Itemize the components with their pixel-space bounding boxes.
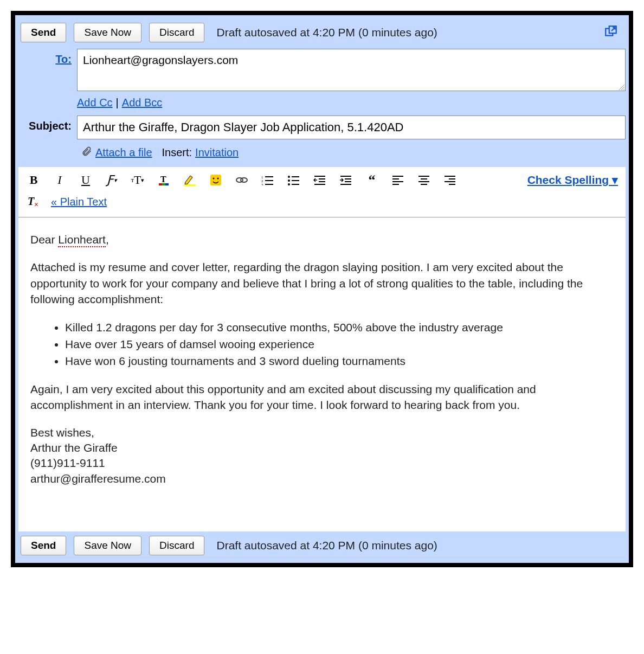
body-paragraph-2: Again, I am very excited about this oppo… [30, 381, 614, 413]
to-input[interactable] [77, 49, 626, 91]
quote-icon[interactable]: “ [364, 172, 379, 188]
autosave-status-bottom: Draft autosaved at 4:20 PM (0 minutes ag… [216, 539, 437, 552]
bottom-action-bar: Send Save Now Discard Draft autosaved at… [18, 531, 626, 560]
align-right-icon[interactable] [442, 172, 458, 188]
text-color-icon[interactable]: T [156, 172, 171, 188]
align-center-icon[interactable] [416, 172, 432, 188]
save-now-button-top[interactable]: Save Now [74, 23, 141, 42]
header-fields: To: Add Cc | Add Bcc Subject: Attach a f… [18, 47, 626, 167]
accomplishment-list: Killed 1.2 dragons per day for 3 consecu… [65, 319, 614, 369]
svg-text:T: T [160, 175, 166, 184]
svg-rect-4 [162, 183, 165, 185]
signature-block: Best wishes, Arthur the Giraffe (911)911… [30, 425, 614, 486]
svg-point-9 [217, 178, 219, 179]
cc-separator: | [116, 97, 119, 109]
svg-point-18 [288, 176, 290, 178]
indent-icon[interactable] [338, 172, 353, 188]
paperclip-icon [81, 146, 92, 159]
send-button-bottom[interactable]: Send [21, 536, 66, 555]
svg-text:×: × [34, 201, 38, 208]
svg-rect-7 [210, 175, 221, 185]
svg-point-8 [213, 178, 215, 179]
format-toolbar: B I U Ƒ▾ тT▾ T 123 [18, 167, 626, 217]
svg-rect-6 [184, 184, 196, 186]
discard-button-bottom[interactable]: Discard [149, 536, 204, 555]
list-item: Have over 15 years of damsel wooing expe… [65, 336, 614, 352]
svg-point-20 [288, 183, 290, 185]
svg-point-19 [288, 179, 290, 182]
link-icon[interactable] [234, 172, 249, 188]
body-paragraph-1: Attached is my resume and cover letter, … [30, 259, 614, 307]
spell-error: Lionheart [58, 233, 106, 247]
bold-icon[interactable]: B [26, 172, 41, 188]
font-family-icon[interactable]: Ƒ▾ [104, 172, 119, 188]
send-button-top[interactable]: Send [21, 23, 66, 42]
list-item: Killed 1.2 dragons per day for 3 consecu… [65, 319, 614, 335]
plain-text-link[interactable]: « Plain Text [51, 196, 107, 208]
outdent-icon[interactable] [312, 172, 327, 188]
autosave-status-top: Draft autosaved at 4:20 PM (0 minutes ag… [216, 26, 437, 39]
numbered-list-icon[interactable]: 123 [260, 172, 275, 188]
to-label-link[interactable]: To: [55, 53, 72, 65]
discard-button-top[interactable]: Discard [149, 23, 204, 42]
bullet-list-icon[interactable] [286, 172, 301, 188]
compose-window: Send Save Now Discard Draft autosaved at… [11, 11, 633, 567]
add-cc-link[interactable]: Add Cc [77, 97, 113, 109]
italic-icon[interactable]: I [52, 172, 67, 188]
subject-label: Subject: [18, 116, 77, 139]
check-spelling-link[interactable]: Check Spelling ▾ [527, 174, 618, 187]
popout-icon[interactable] [604, 24, 618, 41]
resize-grip-icon[interactable] [618, 84, 624, 90]
top-action-bar: Send Save Now Discard Draft autosaved at… [18, 18, 626, 47]
save-now-button-bottom[interactable]: Save Now [74, 536, 141, 555]
highlight-icon[interactable] [182, 172, 197, 188]
svg-rect-5 [165, 183, 169, 185]
svg-text:3: 3 [261, 183, 263, 185]
underline-icon[interactable]: U [78, 172, 93, 188]
align-left-icon[interactable] [390, 172, 405, 188]
remove-format-icon[interactable]: T× [26, 194, 41, 209]
svg-point-11 [241, 178, 247, 182]
message-body[interactable]: Dear Lionheart, Attached is my resume an… [18, 217, 626, 531]
svg-rect-3 [159, 183, 162, 185]
font-size-icon[interactable]: тT▾ [130, 172, 145, 188]
emoji-icon[interactable] [208, 172, 223, 188]
attach-file-link[interactable]: Attach a file [95, 146, 152, 159]
list-item: Have won 6 jousting tournaments and 3 sw… [65, 353, 614, 369]
add-bcc-link[interactable]: Add Bcc [122, 97, 162, 109]
invitation-link[interactable]: Invitation [195, 146, 239, 159]
subject-input[interactable] [77, 116, 626, 139]
insert-label: Insert: [162, 146, 192, 159]
greeting-line: Dear Lionheart, [30, 232, 614, 247]
